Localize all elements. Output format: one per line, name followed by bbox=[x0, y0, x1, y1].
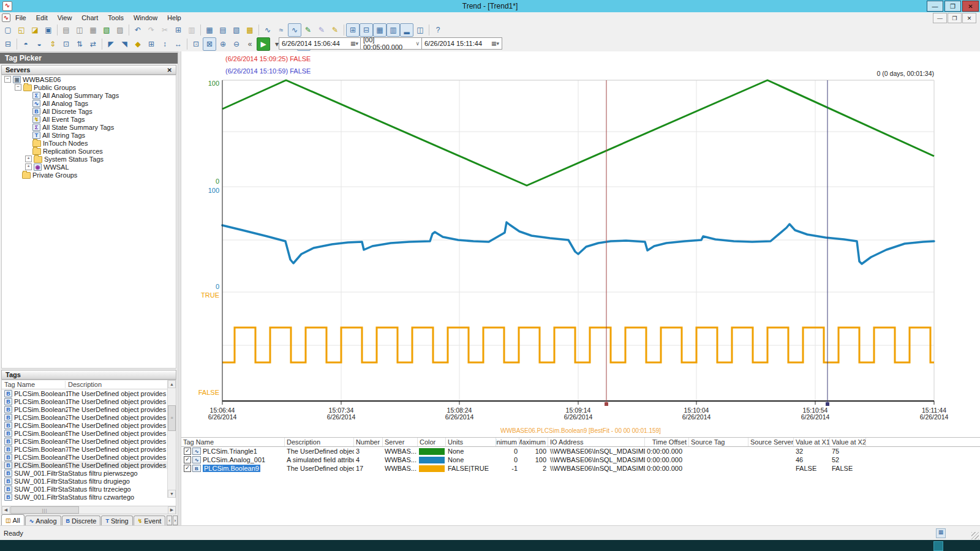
print-preview-button[interactable]: ◫ bbox=[73, 23, 86, 37]
new-file-button[interactable]: ▢ bbox=[1, 23, 15, 37]
col-description[interactable]: Description bbox=[285, 438, 354, 446]
stacked-panes-toggle[interactable]: ▂ bbox=[400, 23, 413, 37]
tree-item-all-discrete-tags[interactable]: BAll Discrete Tags bbox=[2, 107, 176, 115]
tag-export-button[interactable]: ▩ bbox=[243, 23, 257, 37]
pan-up-button[interactable]: ◓ bbox=[19, 37, 32, 51]
tree-item-all-string-tags[interactable]: TAll String Tags bbox=[2, 131, 176, 139]
data-grid-button[interactable]: ▦ bbox=[203, 23, 216, 37]
tags-vscrollbar[interactable]: ▲≡▼ bbox=[167, 380, 176, 498]
line-plot-button[interactable]: ≈ bbox=[274, 23, 288, 37]
xy-plot-button[interactable]: ∿ bbox=[261, 23, 274, 37]
scroll-down-icon[interactable]: ▼ bbox=[168, 490, 176, 498]
tree-item-private-groups[interactable]: Private Groups bbox=[2, 171, 176, 179]
table-row[interactable]: ✓∿PLCSim.Triangle1The UserDefined object… bbox=[181, 447, 980, 455]
single-pane-toggle[interactable]: ◫ bbox=[413, 23, 427, 37]
scroll-right-icon[interactable]: ▶ bbox=[168, 506, 176, 514]
menu-tools[interactable]: Tools bbox=[103, 13, 129, 23]
tree-item-system-status-tags[interactable]: +System Status Tags bbox=[2, 155, 176, 163]
play-button[interactable]: ▶ bbox=[257, 37, 270, 51]
col-source-tag[interactable]: Source Tag bbox=[689, 438, 748, 446]
chevron-down-icon[interactable]: ∨ bbox=[415, 40, 420, 47]
zoom-window-button[interactable]: ⊡ bbox=[189, 37, 203, 51]
v-grid-toggle[interactable]: ▥ bbox=[386, 23, 400, 37]
pan-right-button[interactable]: ◥ bbox=[118, 37, 131, 51]
col-minimum[interactable]: Minimum bbox=[496, 438, 519, 446]
restore-button[interactable]: ❐ bbox=[944, 1, 961, 12]
row-checkbox[interactable]: ✓ bbox=[184, 465, 191, 472]
taskbar-tray-icon[interactable] bbox=[933, 541, 943, 551]
row-checkbox[interactable]: ✓ bbox=[184, 456, 191, 463]
open-file-button[interactable]: ◱ bbox=[15, 23, 28, 37]
resize-grip[interactable] bbox=[971, 532, 979, 539]
copy-button[interactable]: ⊞ bbox=[172, 23, 185, 37]
scale-x-button[interactable]: ⇄ bbox=[86, 37, 100, 51]
scroll-up-icon[interactable]: ▲ bbox=[168, 380, 176, 388]
expand-icon[interactable]: + bbox=[25, 156, 32, 162]
menu-window[interactable]: Window bbox=[129, 13, 162, 23]
tags-row[interactable]: BSUW_001.FiltrStat...Status filtru trzec… bbox=[2, 485, 168, 493]
tags-col-description[interactable]: Description bbox=[66, 381, 176, 388]
col-maximum[interactable]: Maximum bbox=[519, 438, 548, 446]
minimize-button[interactable]: — bbox=[927, 1, 943, 12]
close-button[interactable]: ✕ bbox=[962, 1, 979, 12]
servers-close-icon[interactable]: ✕ bbox=[167, 67, 172, 73]
end-time-field[interactable]: 6/26/2014 15:11:44 ▦▾ bbox=[421, 37, 502, 50]
col-tag-name[interactable]: Tag Name bbox=[181, 438, 285, 446]
mdi-restore-button[interactable]: ❐ bbox=[948, 13, 962, 23]
tags-row[interactable]: BPLCSim.Boolean10The UserDefined object … bbox=[2, 397, 168, 405]
col-units[interactable]: Units bbox=[446, 438, 496, 446]
col-number[interactable]: Number bbox=[354, 438, 383, 446]
calendar-icon[interactable]: ▦▾ bbox=[350, 40, 358, 47]
tag-info-button[interactable]: ▧ bbox=[230, 23, 243, 37]
print-button[interactable]: ▦ bbox=[86, 23, 100, 37]
tags-row[interactable]: BSUW_001.FiltrStat...Status filtru drugi… bbox=[2, 477, 168, 485]
calendar-icon[interactable]: ▦▾ bbox=[491, 40, 499, 47]
tab-string[interactable]: TString bbox=[101, 515, 132, 525]
tags-row[interactable]: BSUW_001.FiltrStat...Status filtru czwar… bbox=[2, 493, 168, 501]
menu-help[interactable]: Help bbox=[162, 13, 186, 23]
tags-row[interactable]: BPLCSim.Boolean9The UserDefined object p… bbox=[2, 461, 168, 469]
open-query-button[interactable]: ◪ bbox=[28, 23, 42, 37]
pan-down-button[interactable]: ◒ bbox=[32, 37, 46, 51]
tags-row[interactable]: BPLCSim.Boolean3The UserDefined object p… bbox=[2, 413, 168, 421]
trend-plot-button[interactable]: ∿ bbox=[288, 23, 301, 37]
hscroll-thumb[interactable]: ||| bbox=[10, 506, 79, 514]
highlight-pen-button[interactable]: ✎ bbox=[328, 23, 342, 37]
start-time-field[interactable]: 6/26/2014 15:06:44 ▦▾ bbox=[279, 37, 361, 50]
col-value-at-x1[interactable]: Value at X1 bbox=[794, 438, 830, 446]
stretch-x-button[interactable]: ↔ bbox=[172, 37, 185, 51]
tabs-scroll-left[interactable]: ‹ bbox=[167, 515, 172, 525]
expand-icon[interactable]: + bbox=[25, 163, 32, 170]
fit-all-button[interactable]: ⊞ bbox=[145, 37, 158, 51]
menu-edit[interactable]: Edit bbox=[31, 13, 53, 23]
row-checkbox[interactable]: ✓ bbox=[184, 448, 191, 455]
tags-row[interactable]: BSUW_001.FiltrStat...Status filtru pierw… bbox=[2, 469, 168, 477]
h-grid-toggle[interactable]: ▦ bbox=[373, 23, 386, 37]
col-value-at-x2[interactable]: Value at X2 bbox=[830, 438, 866, 446]
pen-down-button[interactable]: ✎ bbox=[301, 23, 315, 37]
tree-item-intouch-nodes[interactable]: InTouch Nodes bbox=[2, 139, 176, 147]
cursor-x1-handle[interactable] bbox=[605, 402, 608, 406]
y-cursor-toggle[interactable]: ⊟ bbox=[360, 23, 373, 37]
tab-discrete[interactable]: BDiscrete bbox=[62, 515, 101, 525]
zoom-time-button[interactable]: ◆ bbox=[131, 37, 145, 51]
col-server[interactable]: Server bbox=[383, 438, 418, 446]
pen-up-button[interactable]: ✎ bbox=[315, 23, 328, 37]
col-color[interactable]: Color bbox=[418, 438, 446, 446]
tree-item-all-state-summary-tags[interactable]: ΣAll State Summary Tags bbox=[2, 123, 176, 131]
collapse-icon[interactable]: − bbox=[4, 76, 11, 83]
data-table-button[interactable]: ▤ bbox=[216, 23, 230, 37]
page-setup-button[interactable]: ▤ bbox=[59, 23, 73, 37]
col-time-offset[interactable]: Time Offset bbox=[645, 438, 689, 446]
tab-analog[interactable]: ∿Analog bbox=[25, 515, 61, 525]
zoom-vertical-button[interactable]: ⇕ bbox=[46, 37, 59, 51]
tabs-scroll-right[interactable]: › bbox=[173, 515, 178, 525]
scale-y-button[interactable]: ⇅ bbox=[73, 37, 86, 51]
tree-item-replication-sources[interactable]: Replication Sources bbox=[2, 147, 176, 155]
zoom-previous-button[interactable]: ⊠ bbox=[203, 37, 216, 51]
paste-button[interactable]: ▥ bbox=[185, 23, 198, 37]
tags-col-tagname[interactable]: Tag Name bbox=[2, 381, 66, 388]
tags-row[interactable]: BPLCSim.Boolean6The UserDefined object p… bbox=[2, 437, 168, 445]
col-source-server[interactable]: Source Server bbox=[748, 438, 794, 446]
help-button[interactable]: ? bbox=[431, 23, 445, 37]
